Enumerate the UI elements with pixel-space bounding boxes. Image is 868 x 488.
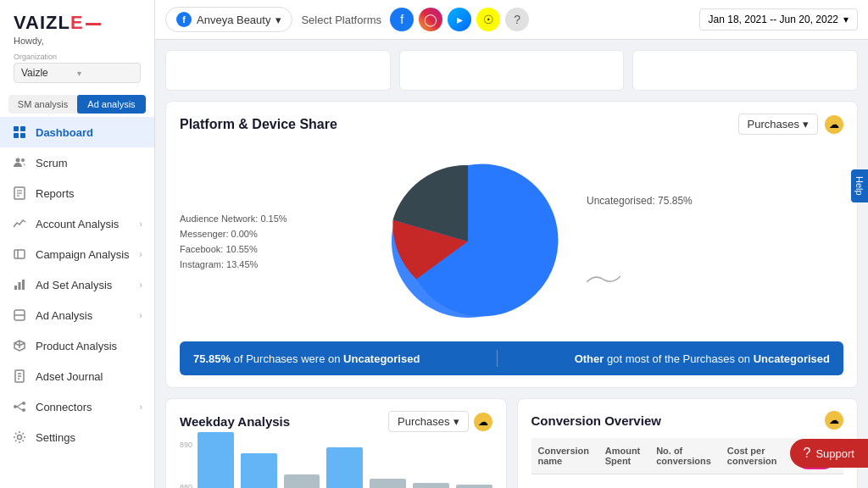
bar-1 — [198, 432, 234, 488]
sidebar-item-account-analysis[interactable]: Account Analysis › — [0, 208, 154, 239]
platform-chart-title: Platform & Device Share — [180, 117, 337, 132]
messenger-platform-icon[interactable]: ▸ — [448, 8, 471, 31]
y-label-high: 890 — [180, 441, 192, 449]
instagram-platform-icon[interactable]: ◯ — [419, 8, 442, 31]
date-range-picker[interactable]: Jan 18, 2021 -- Jun 20, 2022 ▾ — [699, 8, 858, 30]
date-range-text: Jan 18, 2021 -- Jun 20, 2022 — [709, 14, 838, 25]
insight-right-text: got most of the Purchases on — [607, 352, 754, 365]
tab-ad-analysis[interactable]: Ad analysis — [77, 95, 146, 114]
conversion-cloud-icon[interactable]: ☁ — [825, 411, 843, 430]
help-platform-icon[interactable]: ? — [505, 8, 529, 31]
platform-icons: f ◯ ▸ ☉ ? — [390, 8, 529, 31]
account-select[interactable]: f Anveya Beauty ▾ — [165, 7, 292, 32]
logo-accent: E — [70, 12, 84, 33]
sidebar-item-ad-analysis[interactable]: Ad Analysis › — [0, 300, 154, 330]
logo-dash — [86, 23, 101, 25]
col-cost-per-conversion: Cost per conversion — [721, 438, 787, 474]
bar-6 — [413, 483, 449, 488]
snapchat-platform-icon[interactable]: ☉ — [476, 8, 500, 31]
weekday-purchases-dropdown[interactable]: Purchases ▾ — [388, 411, 468, 432]
content-area: Platform & Device Share Purchases ▾ ☁ Au… — [155, 40, 868, 488]
org-chevron-icon: ▾ — [77, 69, 133, 78]
svg-rect-12 — [14, 286, 17, 290]
facebook-account-icon: f — [176, 12, 192, 27]
weekday-analysis-card: Weekday Analysis Purchases ▾ ☁ 890 880 — [165, 398, 507, 488]
org-label: Organization — [14, 53, 141, 61]
sidebar-item-label: Ad Set Analysis — [36, 279, 112, 291]
pie-label-audience: Audience Network: 0.15% — [180, 214, 349, 224]
bar-5 — [370, 479, 406, 488]
stat-card-1 — [165, 50, 391, 91]
sidebar-item-label: Connectors — [36, 401, 92, 413]
account-name: Anveya Beauty — [197, 14, 270, 26]
insight-pct: 75.85% — [193, 352, 231, 365]
bar-col-4 — [326, 447, 363, 488]
support-button[interactable]: ? Support — [790, 439, 868, 468]
account-chevron-icon: ▾ — [275, 14, 281, 26]
sidebar-nav: Dashboard Scrum Reports Account Analysis… — [0, 117, 154, 488]
facebook-platform-icon[interactable]: f — [390, 8, 414, 31]
bar-col-7 — [456, 485, 492, 488]
bottom-row: Weekday Analysis Purchases ▾ ☁ 890 880 — [165, 398, 858, 488]
platform-device-share-card: Platform & Device Share Purchases ▾ ☁ Au… — [165, 101, 858, 388]
purchases-chevron-icon: ▾ — [803, 118, 809, 130]
tab-sm-analysis[interactable]: SM analysis — [8, 95, 77, 114]
stat-card-3 — [632, 50, 858, 91]
bar-7 — [456, 485, 492, 488]
sidebar-item-label: Ad Analysis — [36, 309, 92, 322]
svg-rect-14 — [22, 280, 25, 290]
weekday-title: Weekday Analysis — [180, 414, 290, 429]
sidebar-item-dashboard[interactable]: Dashboard — [0, 117, 154, 147]
pie-left-labels: Audience Network: 0.15% Messenger: 0.00%… — [180, 214, 349, 269]
pie-label-facebook: Facebook: 10.55% — [180, 244, 349, 254]
support-icon: ? — [804, 446, 811, 461]
insight-right-platform: Uncategorised — [754, 352, 830, 365]
sidebar-item-label: Account Analysis — [36, 218, 119, 230]
insight-bar: 75.85% of Purchases were on Uncategorise… — [180, 341, 843, 375]
chevron-right-icon: › — [139, 249, 142, 259]
sidebar-item-connectors[interactable]: Connectors › — [0, 391, 154, 422]
howdy-text: Howdy, — [14, 36, 141, 46]
conversion-title: Conversion Overview — [531, 413, 661, 428]
select-platforms-label: Select Platforms — [301, 14, 381, 26]
date-range-chevron-icon: ▾ — [843, 14, 849, 25]
sidebar: VAIZLE Howdy, Organization Vaizle ▾ SM a… — [0, 0, 155, 488]
insight-left: 75.85% of Purchases were on Uncategorise… — [193, 352, 420, 365]
stat-card-2 — [399, 50, 625, 91]
bar-2 — [241, 453, 277, 488]
sidebar-item-campaign-analysis[interactable]: Campaign Analysis › — [0, 239, 154, 269]
sidebar-item-label: Reports — [36, 187, 75, 200]
svg-point-22 — [22, 402, 25, 405]
ad-icon — [12, 308, 27, 323]
analysis-tabs: SM analysis Ad analysis — [8, 95, 146, 114]
grid-icon — [12, 125, 27, 140]
sidebar-item-label: Dashboard — [36, 126, 93, 139]
product-icon — [12, 338, 27, 353]
sidebar-item-label: Campaign Analysis — [36, 248, 130, 261]
logo: VAIZLE — [14, 12, 141, 34]
bar-3 — [284, 474, 320, 488]
topbar: f Anveya Beauty ▾ Select Platforms f ◯ ▸… — [155, 0, 868, 40]
users-icon — [12, 155, 27, 170]
org-select[interactable]: Vaizle ▾ — [14, 63, 141, 83]
support-label: Support — [815, 447, 854, 460]
bar-chart — [198, 441, 492, 488]
sidebar-item-label: Adset Journal — [36, 370, 103, 383]
col-amount-spent: Amount Spent — [598, 438, 649, 474]
sidebar-item-reports[interactable]: Reports — [0, 178, 154, 208]
sidebar-item-label: Scrum — [36, 157, 68, 169]
sidebar-item-scrum[interactable]: Scrum — [0, 147, 154, 178]
sidebar-item-adset-analysis[interactable]: Ad Set Analysis › — [0, 269, 154, 300]
sidebar-item-adset-journal[interactable]: Adset Journal — [0, 361, 154, 391]
bar-col-1 — [198, 432, 234, 488]
help-tab[interactable]: Help — [851, 169, 868, 202]
uncategorised-label: Uncategorised: 75.85% — [587, 195, 693, 207]
weekday-cloud-icon[interactable]: ☁ — [474, 413, 492, 431]
chart-icon — [12, 216, 27, 231]
sidebar-item-settings[interactable]: Settings — [0, 422, 154, 452]
purchases-dropdown[interactable]: Purchases ▾ — [738, 114, 818, 135]
bar-col-2 — [241, 453, 277, 488]
svg-point-21 — [14, 405, 17, 408]
sidebar-item-product-analysis[interactable]: Product Analysis — [0, 330, 154, 361]
cloud-download-icon[interactable]: ☁ — [825, 115, 843, 134]
